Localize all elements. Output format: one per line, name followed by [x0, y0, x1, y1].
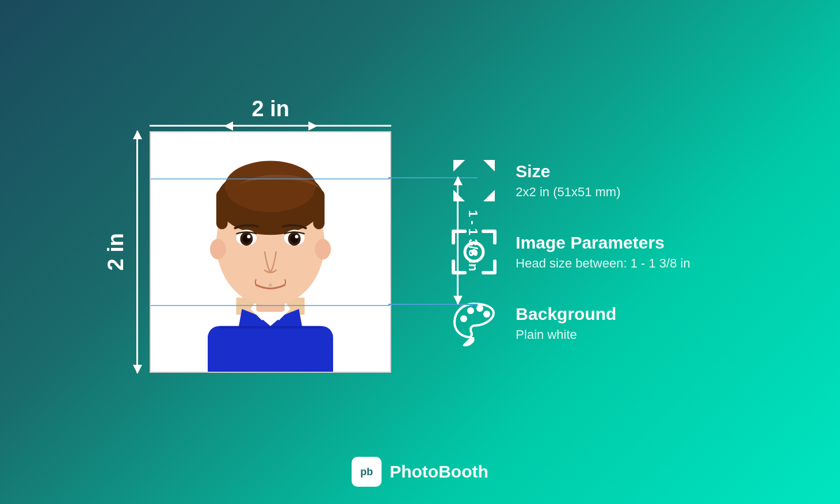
- image-params-info-text: Image Parameters Head size between: 1 - …: [516, 233, 690, 271]
- head-size-arrow: 1 - 1 3/8 in: [457, 177, 480, 304]
- arrowhead-up: [133, 130, 142, 139]
- photo-diagram: 2 in 2 in: [150, 131, 391, 373]
- palette-icon: [449, 298, 499, 349]
- size-title: Size: [516, 162, 620, 181]
- image-params-row: Image Parameters Head size between: 1 - …: [449, 227, 690, 277]
- background-desc: Plain white: [516, 327, 616, 342]
- brand-name: PhotoBooth: [390, 462, 488, 482]
- svg-rect-12: [314, 189, 325, 229]
- svg-point-32: [460, 315, 467, 322]
- height-label: 2 in: [104, 233, 128, 270]
- svg-point-22: [295, 235, 299, 238]
- width-label: 2 in: [252, 97, 289, 121]
- arrowhead-down: [133, 365, 142, 374]
- photo-frame: [150, 131, 391, 373]
- size-info-text: Size 2x2 in (51x51 mm): [516, 162, 620, 200]
- svg-point-10: [225, 161, 316, 212]
- background-title: Background: [516, 304, 616, 324]
- svg-marker-27: [483, 160, 495, 171]
- background-info-text: Background Plain white: [516, 304, 616, 342]
- svg-rect-6: [208, 326, 333, 372]
- arrowhead-head-up: [453, 176, 463, 185]
- svg-point-23: [269, 283, 272, 287]
- svg-point-14: [315, 239, 331, 259]
- head-size-line: [457, 177, 459, 304]
- arrowhead-head-down: [453, 296, 463, 305]
- size-desc: 2x2 in (51x51 mm): [516, 185, 620, 200]
- width-arrow: 2 in: [150, 97, 391, 127]
- svg-point-33: [467, 307, 474, 314]
- svg-point-34: [476, 305, 483, 312]
- arrowhead-right: [308, 121, 318, 131]
- main-container: 2 in 2 in: [0, 0, 840, 504]
- svg-point-19: [247, 235, 251, 238]
- height-arrow: 2 in: [104, 131, 138, 373]
- brand-logo: pb: [352, 457, 381, 487]
- image-params-title: Image Parameters: [516, 233, 690, 253]
- svg-marker-26: [453, 160, 465, 171]
- info-panels: Size 2x2 in (51x51 mm): [449, 155, 690, 349]
- svg-marker-29: [483, 190, 495, 201]
- svg-point-35: [483, 311, 490, 318]
- footer: pb PhotoBooth: [352, 457, 488, 487]
- svg-rect-11: [216, 189, 228, 229]
- arrowhead-left: [224, 121, 233, 131]
- head-size-label: 1 - 1 3/8 in: [465, 210, 480, 271]
- person-illustration: [151, 132, 390, 372]
- svg-point-13: [210, 239, 226, 259]
- background-row: Background Plain white: [449, 298, 690, 349]
- svg-rect-24: [219, 326, 322, 329]
- image-params-desc: Head size between: 1 - 1 3/8 in: [516, 256, 690, 271]
- size-row: Size 2x2 in (51x51 mm): [449, 155, 690, 206]
